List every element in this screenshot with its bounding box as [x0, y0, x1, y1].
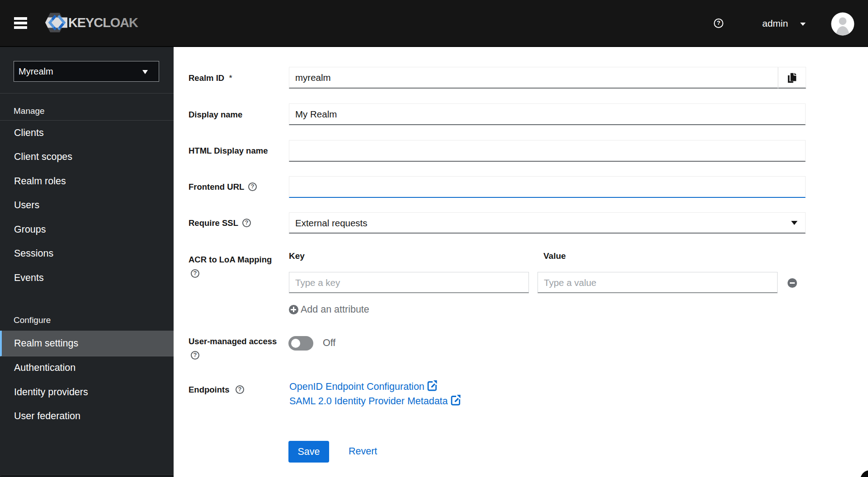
svg-text:KEYCLOAK: KEYCLOAK: [68, 15, 138, 30]
